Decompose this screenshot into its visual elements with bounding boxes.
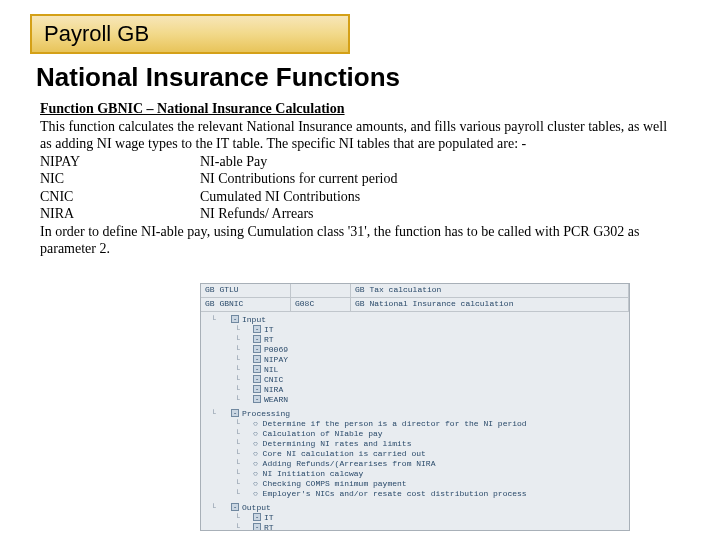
collapse-icon[interactable]: [253, 513, 261, 521]
tree-connector: └: [235, 489, 253, 498]
collapse-icon[interactable]: [253, 335, 261, 343]
hdr2-c3: GB National Insurance calculation: [351, 298, 629, 311]
sap-header-row-1: GB GTLU GB Tax calculation: [201, 284, 629, 298]
definition-row: NIPAYNI-able Pay: [40, 153, 680, 171]
tree-label: Input: [242, 315, 266, 324]
paragraph-2: In order to define NI-able pay, using Cu…: [40, 223, 680, 258]
tree-label: ○ Core NI calculation is carried out: [253, 449, 426, 458]
tree-label: ○ Employer's NICs and/or resate cost dis…: [253, 489, 527, 498]
collapse-icon[interactable]: [253, 523, 261, 531]
tree-line: └CNIC: [201, 374, 629, 384]
tree-connector: └: [235, 439, 253, 448]
tree-connector: └: [235, 365, 253, 374]
tree-connector: └: [235, 459, 253, 468]
collapse-icon[interactable]: [231, 503, 239, 511]
definition-desc: NI Contributions for current period: [200, 170, 680, 188]
hdr2-c2: G08C: [291, 298, 351, 311]
definition-code: NIPAY: [40, 153, 200, 171]
hdr1-c2: [291, 284, 351, 297]
tree-line: └P0069: [201, 344, 629, 354]
tree-connector: └: [211, 409, 231, 418]
title-text: Payroll GB: [44, 21, 149, 47]
tree-label: RT: [264, 335, 274, 344]
tree-connector: └: [235, 479, 253, 488]
tree-label: P0069: [264, 345, 288, 354]
tree-line: └NIRA: [201, 384, 629, 394]
tree-line: └Input: [201, 314, 629, 324]
tree-connector: └: [235, 325, 253, 334]
sap-header-row-2: GB GBNIC G08C GB National Insurance calc…: [201, 298, 629, 312]
tree-label: CNIC: [264, 375, 283, 384]
tree-line: └Output: [201, 502, 629, 512]
definition-code: NIRA: [40, 205, 200, 223]
collapse-icon[interactable]: [253, 355, 261, 363]
tree-label: ○ Checking COMPS minimum payment: [253, 479, 407, 488]
tree-connector: └: [235, 523, 253, 532]
tree-connector: └: [235, 335, 253, 344]
tree-connector: └: [211, 503, 231, 512]
collapse-icon[interactable]: [231, 315, 239, 323]
tree-label: NIRA: [264, 385, 283, 394]
definition-row: NICNI Contributions for current period: [40, 170, 680, 188]
collapse-icon[interactable]: [253, 385, 261, 393]
tree-connector: └: [235, 395, 253, 404]
tree-connector: └: [235, 429, 253, 438]
definition-desc: Cumulated NI Contributions: [200, 188, 680, 206]
function-heading: Function GBNIC – National Insurance Calc…: [40, 100, 680, 118]
definition-code: NIC: [40, 170, 200, 188]
tree-connector: └: [235, 513, 253, 522]
title-box: Payroll GB: [30, 14, 350, 54]
tree-line: └○ Determining NI rates and limits: [201, 438, 629, 448]
definition-row: NIRANI Refunds/ Arrears: [40, 205, 680, 223]
sap-tree-body: └Input└IT└RT└P0069└NIPAY└NIL└CNIC└NIRA└W…: [201, 312, 629, 531]
tree-line: └○ Core NI calculation is carried out: [201, 448, 629, 458]
collapse-icon[interactable]: [253, 395, 261, 403]
tree-label: IT: [264, 325, 274, 334]
tree-label: ○ Determining NI rates and limits: [253, 439, 411, 448]
hdr1-c1: GB GTLU: [201, 284, 291, 297]
tree-connector: └: [235, 419, 253, 428]
tree-label: ○ Calculation of NIable pay: [253, 429, 383, 438]
tree-label: ○ Determine if the person is a director …: [253, 419, 527, 428]
tree-line: └NIL: [201, 364, 629, 374]
definition-desc: NI-able Pay: [200, 153, 680, 171]
definition-row: CNICCumulated NI Contributions: [40, 188, 680, 206]
tree-label: ○ Adding Refunds/(Arrearises from NIRA: [253, 459, 435, 468]
tree-label: RT: [264, 523, 274, 532]
tree-connector: └: [235, 375, 253, 384]
hdr1-c3: GB Tax calculation: [351, 284, 629, 297]
tree-label: ○ NI Initiation calcway: [253, 469, 363, 478]
tree-label: WEARN: [264, 395, 288, 404]
tree-connector: └: [235, 385, 253, 394]
definition-table: NIPAYNI-able PayNICNI Contributions for …: [40, 153, 680, 223]
tree-label: NIL: [264, 365, 278, 374]
tree-line: └RT: [201, 522, 629, 531]
tree-label: Output: [242, 503, 271, 512]
collapse-icon[interactable]: [231, 409, 239, 417]
collapse-icon[interactable]: [253, 345, 261, 353]
tree-line: └RT: [201, 334, 629, 344]
collapse-icon[interactable]: [253, 375, 261, 383]
paragraph-1: This function calculates the relevant Na…: [40, 118, 680, 153]
tree-connector: └: [235, 469, 253, 478]
definition-desc: NI Refunds/ Arrears: [200, 205, 680, 223]
tree-line: └WEARN: [201, 394, 629, 404]
tree-connector: └: [235, 449, 253, 458]
tree-line: └Processing: [201, 408, 629, 418]
tree-line: └IT: [201, 512, 629, 522]
tree-line: └○ Checking COMPS minimum payment: [201, 478, 629, 488]
tree-label: Processing: [242, 409, 290, 418]
hdr2-c1: GB GBNIC: [201, 298, 291, 311]
tree-line: └○ NI Initiation calcway: [201, 468, 629, 478]
collapse-icon[interactable]: [253, 365, 261, 373]
tree-line: └○ Adding Refunds/(Arrearises from NIRA: [201, 458, 629, 468]
tree-line: └○ Determine if the person is a director…: [201, 418, 629, 428]
tree-connector: └: [235, 345, 253, 354]
sap-tree-panel: GB GTLU GB Tax calculation GB GBNIC G08C…: [200, 283, 630, 531]
definition-code: CNIC: [40, 188, 200, 206]
tree-label: NIPAY: [264, 355, 288, 364]
collapse-icon[interactable]: [253, 325, 261, 333]
tree-connector: └: [211, 315, 231, 324]
tree-line: └IT: [201, 324, 629, 334]
tree-label: IT: [264, 513, 274, 522]
